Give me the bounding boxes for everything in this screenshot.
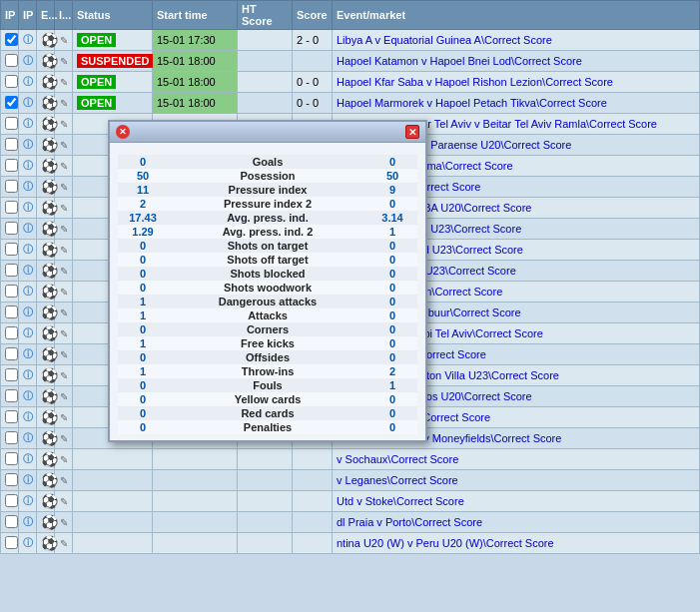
ip-checkbox[interactable] [5, 473, 18, 486]
info-icon[interactable]: ⓘ [23, 516, 33, 527]
info-cell[interactable]: ⓘ [19, 219, 37, 240]
info-icon[interactable]: ⓘ [23, 76, 33, 87]
edit-icon[interactable]: ✎ [60, 475, 68, 486]
info-icon[interactable]: ⓘ [23, 369, 33, 380]
ip-checkbox-cell[interactable] [1, 533, 19, 554]
info-icon[interactable]: ⓘ [23, 55, 33, 66]
ip-checkbox[interactable] [5, 75, 18, 88]
edit-icon[interactable]: ✎ [60, 182, 68, 193]
info-icon[interactable]: ⓘ [23, 537, 33, 548]
info-cell[interactable]: ⓘ [19, 428, 37, 449]
ip-checkbox[interactable] [5, 515, 18, 528]
info-cell[interactable]: ⓘ [19, 491, 37, 512]
info-cell[interactable]: ⓘ [19, 156, 37, 177]
edit-icon[interactable]: ✎ [60, 35, 68, 46]
ip-checkbox[interactable] [5, 410, 18, 423]
ip-checkbox[interactable] [5, 201, 18, 214]
event-cell[interactable]: Utd v Stoke\Correct Score [333, 491, 700, 512]
info-icon[interactable]: ⓘ [23, 223, 33, 234]
edit-icon[interactable]: ✎ [60, 538, 68, 549]
info-icon[interactable]: ⓘ [23, 306, 33, 317]
event-link[interactable]: Hapoel Katamon v Hapoel Bnei Lod\Correct… [337, 55, 582, 67]
ip-checkbox[interactable] [5, 222, 18, 235]
ip-checkbox-cell[interactable] [1, 30, 19, 51]
info-icon[interactable]: ⓘ [23, 202, 33, 213]
info-cell[interactable]: ⓘ [19, 407, 37, 428]
ip-checkbox[interactable] [5, 431, 18, 444]
ip-checkbox[interactable] [5, 347, 18, 360]
edit-icon[interactable]: ✎ [60, 161, 68, 172]
info-icon[interactable]: ⓘ [23, 181, 33, 192]
ip-checkbox[interactable] [5, 389, 18, 402]
info-icon[interactable]: ⓘ [23, 390, 33, 401]
info-icon[interactable]: ⓘ [23, 265, 33, 276]
ip-checkbox[interactable] [5, 306, 18, 318]
info-cell[interactable]: ⓘ [19, 240, 37, 261]
event-cell[interactable]: v Leganes\Correct Score [333, 470, 700, 491]
ip-checkbox[interactable] [5, 264, 18, 277]
info-cell[interactable]: ⓘ [19, 114, 37, 135]
ip-checkbox[interactable] [5, 452, 18, 465]
ip-checkbox-cell[interactable] [1, 407, 19, 428]
ip-checkbox-cell[interactable] [1, 365, 19, 386]
ip-checkbox-cell[interactable] [1, 428, 19, 449]
edit-icon[interactable]: ✎ [60, 119, 68, 130]
edit-icon[interactable]: ✎ [60, 287, 68, 298]
ip-checkbox[interactable] [5, 159, 18, 172]
info-icon[interactable]: ⓘ [23, 453, 33, 464]
ip-checkbox[interactable] [5, 117, 18, 130]
info-cell[interactable]: ⓘ [19, 261, 37, 282]
info-cell[interactable]: ⓘ [19, 282, 37, 303]
edit-icon[interactable]: ✎ [60, 56, 68, 67]
edit-icon[interactable]: ✎ [60, 266, 68, 277]
event-link[interactable]: Hapoel Kfar Saba v Hapoel Rishon Lezion\… [337, 76, 613, 88]
info-icon[interactable]: ⓘ [23, 348, 33, 359]
edit-icon[interactable]: ✎ [60, 328, 68, 339]
edit-icon[interactable]: ✎ [60, 412, 68, 423]
ip-checkbox[interactable] [5, 368, 18, 381]
ip-checkbox-cell[interactable] [1, 491, 19, 512]
info-cell[interactable]: ⓘ [19, 198, 37, 219]
info-cell[interactable]: ⓘ [19, 386, 37, 407]
info-icon[interactable]: ⓘ [23, 474, 33, 485]
ip-checkbox-cell[interactable] [1, 240, 19, 261]
info-icon[interactable]: ⓘ [23, 34, 33, 45]
ip-checkbox-cell[interactable] [1, 93, 19, 114]
edit-icon[interactable]: ✎ [60, 203, 68, 214]
edit-icon[interactable]: ✎ [60, 140, 68, 151]
info-cell[interactable]: ⓘ [19, 344, 37, 365]
info-icon[interactable]: ⓘ [23, 139, 33, 150]
info-icon[interactable]: ⓘ [23, 160, 33, 171]
ip-checkbox[interactable] [5, 326, 18, 339]
event-cell[interactable]: v Sochaux\Correct Score [333, 449, 700, 470]
info-icon[interactable]: ⓘ [23, 411, 33, 422]
ip-checkbox[interactable] [5, 536, 18, 549]
event-cell[interactable]: Libya A v Equatorial Guinea A\Correct Sc… [333, 30, 700, 51]
edit-icon[interactable]: ✎ [60, 517, 68, 528]
ip-checkbox[interactable] [5, 54, 18, 67]
edit-icon[interactable]: ✎ [60, 433, 68, 444]
ip-checkbox-cell[interactable] [1, 344, 19, 365]
ip-checkbox-cell[interactable] [1, 323, 19, 344]
ip-checkbox[interactable] [5, 180, 18, 193]
info-cell[interactable]: ⓘ [19, 365, 37, 386]
event-cell[interactable]: Hapoel Marmorek v Hapoel Petach Tikva\Co… [333, 93, 700, 114]
event-cell[interactable]: Hapoel Katamon v Hapoel Bnei Lod\Correct… [333, 51, 700, 72]
info-cell[interactable]: ⓘ [19, 30, 37, 51]
info-cell[interactable]: ⓘ [19, 512, 37, 533]
ip-checkbox-cell[interactable] [1, 470, 19, 491]
info-icon[interactable]: ⓘ [23, 286, 33, 297]
edit-icon[interactable]: ✎ [60, 245, 68, 256]
info-cell[interactable]: ⓘ [19, 93, 37, 114]
ip-checkbox-cell[interactable] [1, 261, 19, 282]
modal-close-button[interactable]: ✕ [405, 125, 419, 139]
event-link[interactable]: Libya A v Equatorial Guinea A\Correct Sc… [337, 34, 552, 46]
info-cell[interactable]: ⓘ [19, 323, 37, 344]
event-cell[interactable]: ntina U20 (W) v Peru U20 (W)\Correct Sco… [333, 533, 700, 554]
edit-icon[interactable]: ✎ [60, 224, 68, 235]
info-icon[interactable]: ⓘ [23, 118, 33, 129]
ip-checkbox[interactable] [5, 33, 18, 46]
edit-icon[interactable]: ✎ [60, 307, 68, 318]
ip-checkbox-cell[interactable] [1, 449, 19, 470]
edit-icon[interactable]: ✎ [60, 370, 68, 381]
